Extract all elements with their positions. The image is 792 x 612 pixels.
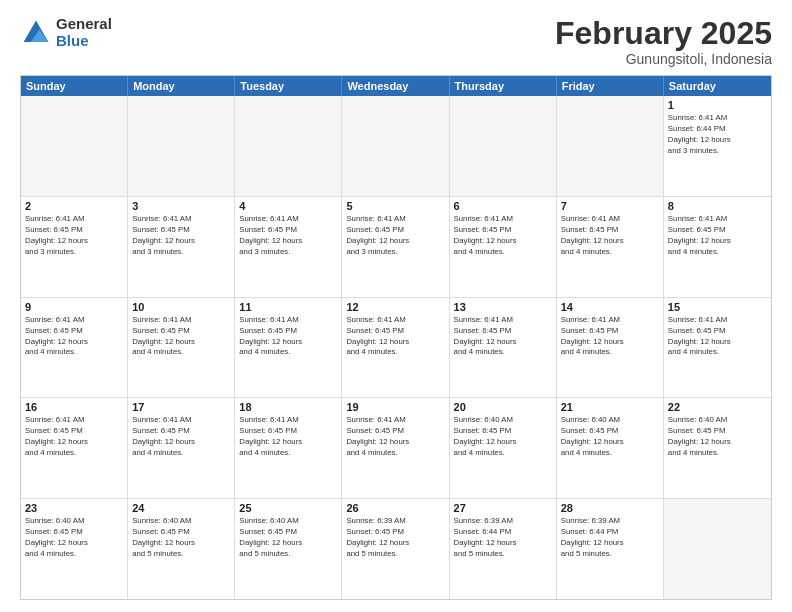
month-title: February 2025 xyxy=(555,16,772,51)
calendar-cell-17: 17Sunrise: 6:41 AM Sunset: 6:45 PM Dayli… xyxy=(128,398,235,498)
day-number: 27 xyxy=(454,502,552,514)
calendar-cell-9: 9Sunrise: 6:41 AM Sunset: 6:45 PM Daylig… xyxy=(21,298,128,398)
day-number: 2 xyxy=(25,200,123,212)
calendar-cell-24: 24Sunrise: 6:40 AM Sunset: 6:45 PM Dayli… xyxy=(128,499,235,599)
header-day-sunday: Sunday xyxy=(21,76,128,96)
calendar-cell-16: 16Sunrise: 6:41 AM Sunset: 6:45 PM Dayli… xyxy=(21,398,128,498)
day-number: 16 xyxy=(25,401,123,413)
calendar-cell-empty xyxy=(557,96,664,196)
cell-info: Sunrise: 6:40 AM Sunset: 6:45 PM Dayligh… xyxy=(239,516,337,560)
header-day-saturday: Saturday xyxy=(664,76,771,96)
calendar-header: SundayMondayTuesdayWednesdayThursdayFrid… xyxy=(21,76,771,96)
cell-info: Sunrise: 6:41 AM Sunset: 6:45 PM Dayligh… xyxy=(239,315,337,359)
day-number: 10 xyxy=(132,301,230,313)
title-block: February 2025 Gunungsitoli, Indonesia xyxy=(555,16,772,67)
header-day-thursday: Thursday xyxy=(450,76,557,96)
cell-info: Sunrise: 6:41 AM Sunset: 6:45 PM Dayligh… xyxy=(346,214,444,258)
calendar-cell-empty xyxy=(450,96,557,196)
cell-info: Sunrise: 6:41 AM Sunset: 6:45 PM Dayligh… xyxy=(132,214,230,258)
cell-info: Sunrise: 6:41 AM Sunset: 6:45 PM Dayligh… xyxy=(454,315,552,359)
header-day-monday: Monday xyxy=(128,76,235,96)
page: General Blue February 2025 Gunungsitoli,… xyxy=(0,0,792,612)
calendar-cell-12: 12Sunrise: 6:41 AM Sunset: 6:45 PM Dayli… xyxy=(342,298,449,398)
cell-info: Sunrise: 6:41 AM Sunset: 6:45 PM Dayligh… xyxy=(454,214,552,258)
calendar-cell-1: 1Sunrise: 6:41 AM Sunset: 6:44 PM Daylig… xyxy=(664,96,771,196)
day-number: 9 xyxy=(25,301,123,313)
day-number: 21 xyxy=(561,401,659,413)
calendar-cell-4: 4Sunrise: 6:41 AM Sunset: 6:45 PM Daylig… xyxy=(235,197,342,297)
calendar-cell-7: 7Sunrise: 6:41 AM Sunset: 6:45 PM Daylig… xyxy=(557,197,664,297)
calendar-cell-25: 25Sunrise: 6:40 AM Sunset: 6:45 PM Dayli… xyxy=(235,499,342,599)
calendar-cell-26: 26Sunrise: 6:39 AM Sunset: 6:45 PM Dayli… xyxy=(342,499,449,599)
day-number: 24 xyxy=(132,502,230,514)
calendar: SundayMondayTuesdayWednesdayThursdayFrid… xyxy=(20,75,772,600)
cell-info: Sunrise: 6:40 AM Sunset: 6:45 PM Dayligh… xyxy=(25,516,123,560)
cell-info: Sunrise: 6:41 AM Sunset: 6:45 PM Dayligh… xyxy=(668,214,767,258)
logo-general: General xyxy=(56,16,112,33)
day-number: 28 xyxy=(561,502,659,514)
day-number: 3 xyxy=(132,200,230,212)
header-day-friday: Friday xyxy=(557,76,664,96)
calendar-row-4: 16Sunrise: 6:41 AM Sunset: 6:45 PM Dayli… xyxy=(21,398,771,499)
day-number: 22 xyxy=(668,401,767,413)
cell-info: Sunrise: 6:41 AM Sunset: 6:45 PM Dayligh… xyxy=(668,315,767,359)
calendar-cell-5: 5Sunrise: 6:41 AM Sunset: 6:45 PM Daylig… xyxy=(342,197,449,297)
cell-info: Sunrise: 6:41 AM Sunset: 6:44 PM Dayligh… xyxy=(668,113,767,157)
cell-info: Sunrise: 6:39 AM Sunset: 6:44 PM Dayligh… xyxy=(454,516,552,560)
day-number: 14 xyxy=(561,301,659,313)
day-number: 13 xyxy=(454,301,552,313)
calendar-cell-6: 6Sunrise: 6:41 AM Sunset: 6:45 PM Daylig… xyxy=(450,197,557,297)
cell-info: Sunrise: 6:41 AM Sunset: 6:45 PM Dayligh… xyxy=(132,415,230,459)
header: General Blue February 2025 Gunungsitoli,… xyxy=(20,16,772,67)
day-number: 7 xyxy=(561,200,659,212)
calendar-cell-22: 22Sunrise: 6:40 AM Sunset: 6:45 PM Dayli… xyxy=(664,398,771,498)
calendar-cell-empty xyxy=(21,96,128,196)
calendar-cell-empty xyxy=(342,96,449,196)
cell-info: Sunrise: 6:40 AM Sunset: 6:45 PM Dayligh… xyxy=(561,415,659,459)
calendar-cell-empty xyxy=(128,96,235,196)
cell-info: Sunrise: 6:41 AM Sunset: 6:45 PM Dayligh… xyxy=(132,315,230,359)
calendar-cell-3: 3Sunrise: 6:41 AM Sunset: 6:45 PM Daylig… xyxy=(128,197,235,297)
cell-info: Sunrise: 6:41 AM Sunset: 6:45 PM Dayligh… xyxy=(346,415,444,459)
day-number: 15 xyxy=(668,301,767,313)
subtitle: Gunungsitoli, Indonesia xyxy=(555,51,772,67)
calendar-cell-18: 18Sunrise: 6:41 AM Sunset: 6:45 PM Dayli… xyxy=(235,398,342,498)
calendar-cell-28: 28Sunrise: 6:39 AM Sunset: 6:44 PM Dayli… xyxy=(557,499,664,599)
calendar-body: 1Sunrise: 6:41 AM Sunset: 6:44 PM Daylig… xyxy=(21,96,771,599)
calendar-cell-2: 2Sunrise: 6:41 AM Sunset: 6:45 PM Daylig… xyxy=(21,197,128,297)
cell-info: Sunrise: 6:41 AM Sunset: 6:45 PM Dayligh… xyxy=(561,214,659,258)
day-number: 5 xyxy=(346,200,444,212)
cell-info: Sunrise: 6:41 AM Sunset: 6:45 PM Dayligh… xyxy=(239,415,337,459)
calendar-row-5: 23Sunrise: 6:40 AM Sunset: 6:45 PM Dayli… xyxy=(21,499,771,599)
day-number: 25 xyxy=(239,502,337,514)
day-number: 11 xyxy=(239,301,337,313)
cell-info: Sunrise: 6:40 AM Sunset: 6:45 PM Dayligh… xyxy=(454,415,552,459)
header-day-wednesday: Wednesday xyxy=(342,76,449,96)
cell-info: Sunrise: 6:40 AM Sunset: 6:45 PM Dayligh… xyxy=(132,516,230,560)
day-number: 6 xyxy=(454,200,552,212)
day-number: 8 xyxy=(668,200,767,212)
calendar-cell-19: 19Sunrise: 6:41 AM Sunset: 6:45 PM Dayli… xyxy=(342,398,449,498)
cell-info: Sunrise: 6:41 AM Sunset: 6:45 PM Dayligh… xyxy=(25,315,123,359)
header-day-tuesday: Tuesday xyxy=(235,76,342,96)
calendar-cell-11: 11Sunrise: 6:41 AM Sunset: 6:45 PM Dayli… xyxy=(235,298,342,398)
day-number: 12 xyxy=(346,301,444,313)
cell-info: Sunrise: 6:41 AM Sunset: 6:45 PM Dayligh… xyxy=(561,315,659,359)
calendar-cell-10: 10Sunrise: 6:41 AM Sunset: 6:45 PM Dayli… xyxy=(128,298,235,398)
calendar-cell-14: 14Sunrise: 6:41 AM Sunset: 6:45 PM Dayli… xyxy=(557,298,664,398)
cell-info: Sunrise: 6:41 AM Sunset: 6:45 PM Dayligh… xyxy=(346,315,444,359)
calendar-cell-27: 27Sunrise: 6:39 AM Sunset: 6:44 PM Dayli… xyxy=(450,499,557,599)
logo: General Blue xyxy=(20,16,112,49)
day-number: 4 xyxy=(239,200,337,212)
day-number: 23 xyxy=(25,502,123,514)
cell-info: Sunrise: 6:39 AM Sunset: 6:44 PM Dayligh… xyxy=(561,516,659,560)
calendar-cell-21: 21Sunrise: 6:40 AM Sunset: 6:45 PM Dayli… xyxy=(557,398,664,498)
calendar-cell-15: 15Sunrise: 6:41 AM Sunset: 6:45 PM Dayli… xyxy=(664,298,771,398)
cell-info: Sunrise: 6:39 AM Sunset: 6:45 PM Dayligh… xyxy=(346,516,444,560)
day-number: 17 xyxy=(132,401,230,413)
logo-text: General Blue xyxy=(56,16,112,49)
calendar-cell-8: 8Sunrise: 6:41 AM Sunset: 6:45 PM Daylig… xyxy=(664,197,771,297)
logo-icon xyxy=(20,17,52,49)
day-number: 20 xyxy=(454,401,552,413)
cell-info: Sunrise: 6:41 AM Sunset: 6:45 PM Dayligh… xyxy=(25,214,123,258)
